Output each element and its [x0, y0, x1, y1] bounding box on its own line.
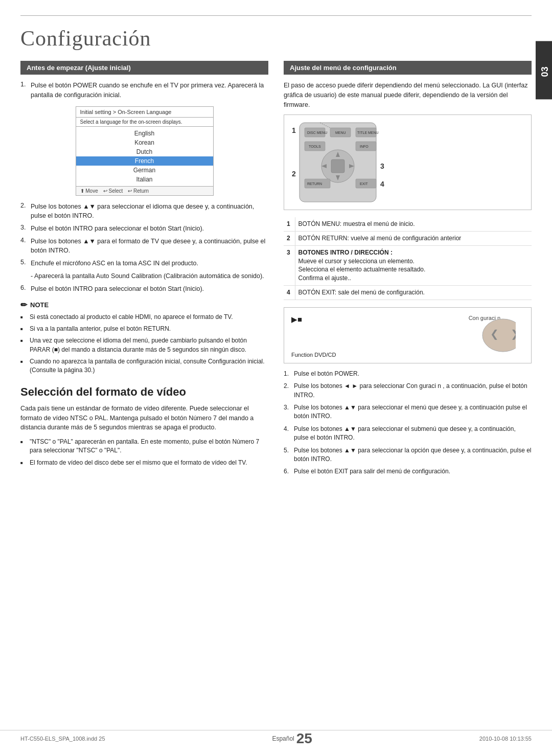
note-item-1: Si está conectado al producto el cable H… — [30, 313, 233, 322]
lang-german[interactable]: German — [76, 166, 213, 175]
side-tab: 03 Con guraci n — [536, 41, 552, 99]
row1-text: BOTÓN MENU: muestra el menú de inicio. — [295, 217, 532, 231]
page-title: Configuración — [20, 26, 532, 51]
device-function-label: Function DVD/CD — [291, 352, 336, 358]
lang-italian[interactable]: Italian — [76, 175, 213, 184]
svg-text:MENU: MENU — [335, 131, 346, 134]
note-label: NOTE — [30, 301, 49, 309]
svg-text:EXIT: EXIT — [360, 182, 368, 186]
remote-diagram: DISC MENU MENU TITLE MENU TOOLS INFO — [284, 114, 532, 210]
note-list: Si está conectado al producto el cable H… — [20, 313, 268, 375]
svg-text:TITLE MENU: TITLE MENU — [357, 131, 379, 134]
table-row: 1 BOTÓN MENU: muestra el menú de inicio. — [284, 217, 532, 231]
table-row: 2 BOTÓN RETURN: vuelve al menú de config… — [284, 232, 532, 246]
row3-num: 3 — [284, 245, 295, 285]
remote-table: 1 BOTÓN MENU: muestra el menú de inicio.… — [284, 217, 532, 300]
page-label: Español — [272, 735, 294, 742]
step1-text: Pulse el botón POWER cuando se enchufe e… — [31, 81, 268, 100]
table-row: 3 BOTONES INTRO / DIRECCIÓN : Mueve el c… — [284, 245, 532, 285]
device-diagram: ▶■ Con guraci n ❮ ❯ Function DVD/CD — [284, 307, 532, 363]
note-section: ✏ NOTE Si está conectado al producto el … — [20, 300, 268, 375]
row2-num: 2 — [284, 232, 295, 246]
row3-text: BOTONES INTRO / DIRECCIÓN : Mueve el cur… — [295, 245, 532, 285]
step6-num: 6. — [20, 284, 28, 293]
svg-text:TOOLS: TOOLS — [309, 145, 321, 148]
right-step3: 3. Pulse los botones ▲▼ para seleccionar… — [284, 403, 532, 421]
row4-text: BOTÓN EXIT: sale del menú de configuraci… — [295, 286, 532, 300]
step2-text: Pulse los botones ▲▼ para seleccionar el… — [31, 202, 268, 220]
row4-num: 4 — [284, 286, 295, 300]
language-selection-box: Initial setting > On-Screen Language Sel… — [76, 106, 214, 196]
step3-text: Pulse el botón INTRO para seleccionar el… — [31, 224, 204, 233]
page-number: 25 — [296, 730, 312, 747]
step3-num: 3. — [20, 224, 28, 233]
right-step2: 2. Pulse los botones ◄ ► para selecciona… — [284, 382, 532, 400]
right-intro: El paso de acceso puede diferir dependie… — [284, 81, 532, 109]
svg-text:❯: ❯ — [511, 328, 516, 340]
section2-body: Cada país tiene un estándar de formato d… — [20, 404, 268, 432]
footer-right: 2010-10-08 10:13:55 — [479, 736, 532, 742]
step4-text: Pulse los botones ▲▼ para el formato de … — [31, 237, 268, 255]
note-item-2: Si va a la pantalla anterior, pulse el b… — [30, 325, 171, 333]
side-tab-number: 03 — [540, 66, 550, 77]
remote-svg: DISC MENU MENU TITLE MENU TOOLS INFO — [289, 120, 392, 204]
lang-box-title: Initial setting > On-Screen Language — [76, 107, 213, 118]
svg-rect-12 — [331, 159, 344, 173]
left-section-header: Antes de empezar (Ajuste inicial) — [20, 61, 268, 75]
row2-text: BOTÓN RETURN: vuelve al menú de configur… — [295, 232, 532, 246]
right-step4: 4. Pulse los botones ▲▼ para seleccionar… — [284, 425, 532, 443]
svg-text:INFO: INFO — [360, 145, 369, 148]
right-step1: 1. Pulse el botón POWER. — [284, 370, 532, 378]
bullet1: "NTSC" o "PAL" aparecerán en pantalla. E… — [30, 438, 268, 455]
lang-english[interactable]: English — [76, 129, 213, 138]
step4-num: 4. — [20, 237, 28, 255]
bullet2: El formato de vídeo del disco debe ser e… — [30, 459, 247, 467]
svg-text:2: 2 — [292, 170, 296, 178]
device-playback-icon: ▶■ — [291, 315, 302, 324]
page-footer: HT-C550-ELS_SPA_1008.indd 25 Español 25 … — [0, 730, 552, 747]
row1-num: 1 — [284, 217, 295, 231]
svg-text:DISC MENU: DISC MENU — [307, 131, 327, 134]
lang-dutch[interactable]: Dutch — [76, 147, 213, 156]
step5-sub: - Aparecerá la pantalla Auto Sound Calib… — [31, 272, 264, 280]
step5-text: Enchufe el micrófono ASC en la toma ASC … — [31, 259, 198, 268]
right-section-header: Ajuste del menú de configuración — [284, 61, 532, 75]
svg-text:❮: ❮ — [490, 328, 499, 340]
right-steps: 1. Pulse el botón POWER. 2. Pulse los bo… — [284, 370, 532, 476]
lang-box-footer: ⬆ Move↩ Select↩ Return — [76, 186, 213, 195]
section2-title: Selección del formato de vídeo — [20, 385, 268, 399]
svg-text:3: 3 — [380, 162, 384, 170]
lang-box-subtitle: Select a language for the on-screen disp… — [76, 118, 213, 127]
footer-left: HT-C550-ELS_SPA_1008.indd 25 — [20, 736, 105, 742]
note-pencil-icon: ✏ — [20, 300, 27, 310]
lang-list: English Korean Dutch French German Itali… — [76, 127, 213, 186]
right-step5: 5. Pulse los botones ▲▼ para seleccionar… — [284, 446, 532, 464]
lang-korean[interactable]: Korean — [76, 138, 213, 147]
svg-text:1: 1 — [292, 126, 296, 134]
table-row: 4 BOTÓN EXIT: sale del menú de configura… — [284, 286, 532, 300]
device-circle-svg: ❮ ❯ — [475, 317, 516, 354]
svg-text:4: 4 — [380, 180, 384, 188]
lang-french[interactable]: French — [76, 156, 213, 166]
section2-bullets: "NTSC" o "PAL" aparecerán en pantalla. E… — [20, 438, 268, 467]
step2-num: 2. — [20, 202, 28, 220]
step6-text: Pulse el botón INTRO para seleccionar el… — [31, 284, 204, 293]
step1-num: 1. — [20, 81, 28, 100]
note-item-3: Una vez que seleccione el idioma del men… — [30, 336, 268, 354]
note-item-4: Cuando no aparezca la pantalla de config… — [30, 357, 268, 375]
right-step6: 6. Pulse el botón EXIT para salir del me… — [284, 467, 532, 476]
step5-num: 5. — [20, 259, 28, 268]
svg-text:RETURN: RETURN — [307, 182, 322, 186]
